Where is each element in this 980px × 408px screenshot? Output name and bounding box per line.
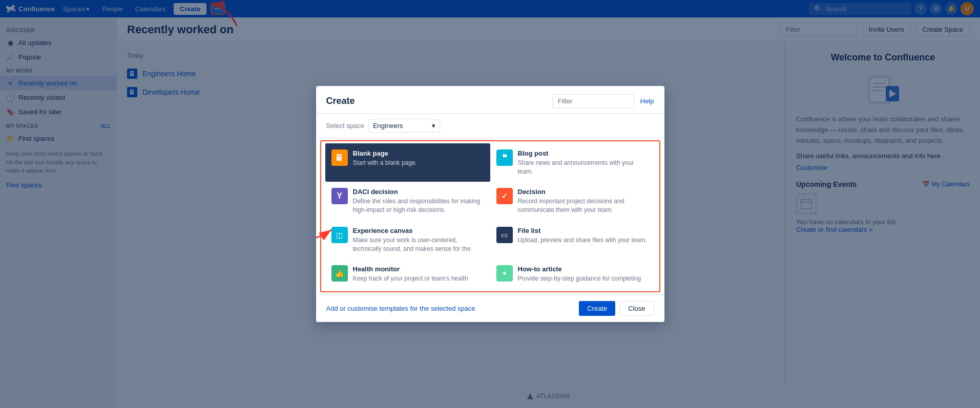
modal-header-right: Help	[552, 94, 654, 108]
template-icon-filelist: ▭	[496, 227, 513, 243]
modal-help-link[interactable]: Help	[640, 97, 654, 105]
template-decision[interactable]: ✓ Decision Record important project deci…	[490, 182, 655, 221]
template-desc-decision: Record important project decisions and c…	[518, 197, 649, 214]
modal-filter-input[interactable]	[552, 94, 634, 108]
template-filelist[interactable]: ▭ File list Upload, preview and share fi…	[490, 221, 655, 260]
template-blog[interactable]: ❝ Blog post Share news and announcements…	[490, 143, 655, 182]
template-health[interactable]: 👍 Health monitor Keep track of your proj…	[325, 259, 490, 289]
template-icon-howto: ✦	[496, 265, 513, 282]
modal-space-row: Select space Engineers ▾	[316, 114, 664, 138]
template-desc-health: Keep track of your project or team's hea…	[353, 274, 468, 283]
template-icon-blog: ❝	[496, 149, 513, 166]
template-desc-filelist: Upload, preview and share files with you…	[518, 236, 647, 245]
template-icon-blank	[331, 149, 348, 166]
modal-footer: Add or customise templates for the selec…	[316, 294, 664, 322]
dropdown-chevron: ▾	[432, 122, 435, 130]
templates-grid-container: Blank page Start with a blank page. ❝ Bl…	[320, 140, 660, 293]
template-desc-howto: Provide step-by-step guidance for comple…	[518, 274, 641, 283]
modal-close-button[interactable]: Close	[619, 301, 654, 316]
template-name-blog: Blog post	[518, 149, 649, 157]
modal-footer-buttons: Create Close	[579, 301, 654, 316]
create-modal: AvailableTemplates Create Help Select sp…	[316, 86, 664, 323]
template-blank[interactable]: Blank page Start with a blank page.	[325, 143, 490, 182]
modal-title: Create	[326, 96, 355, 106]
template-icon-decision: ✓	[496, 188, 513, 204]
select-space-label: Select space	[326, 122, 364, 130]
template-howto[interactable]: ✦ How-to article Provide step-by-step gu…	[490, 259, 655, 289]
template-desc-blog: Share news and announcements with your t…	[518, 159, 649, 176]
template-icon-experience: ◫	[331, 227, 348, 243]
template-experience[interactable]: ◫ Experience canvas Make sure your work …	[325, 221, 490, 260]
template-desc-daci: Define the roles and responsibilities fo…	[353, 197, 484, 214]
template-daci[interactable]: Y DACI decision Define the roles and res…	[325, 182, 490, 221]
modal-create-button[interactable]: Create	[579, 301, 615, 316]
space-select[interactable]: Engineers ▾	[368, 119, 440, 133]
modal-overlay[interactable]: AvailableTemplates Create Help Select sp…	[0, 0, 980, 408]
template-name-filelist: File list	[518, 227, 647, 234]
template-desc-blank: Start with a blank page.	[353, 159, 417, 167]
template-name-experience: Experience canvas	[353, 227, 484, 234]
template-name-decision: Decision	[518, 188, 649, 196]
template-name-howto: How-to article	[518, 265, 641, 273]
template-icon-health: 👍	[331, 265, 348, 282]
template-name-blank: Blank page	[353, 149, 417, 157]
svg-rect-19	[337, 154, 342, 161]
template-name-daci: DACI decision	[353, 188, 484, 196]
templates-grid: Blank page Start with a blank page. ❝ Bl…	[325, 143, 655, 290]
template-icon-daci: Y	[331, 188, 348, 204]
add-templates-link[interactable]: Add or customise templates for the selec…	[326, 305, 475, 312]
template-name-health: Health monitor	[353, 265, 468, 273]
template-desc-experience: Make sure your work is user-centered, te…	[353, 236, 484, 253]
modal-header: Create Help	[316, 86, 664, 114]
